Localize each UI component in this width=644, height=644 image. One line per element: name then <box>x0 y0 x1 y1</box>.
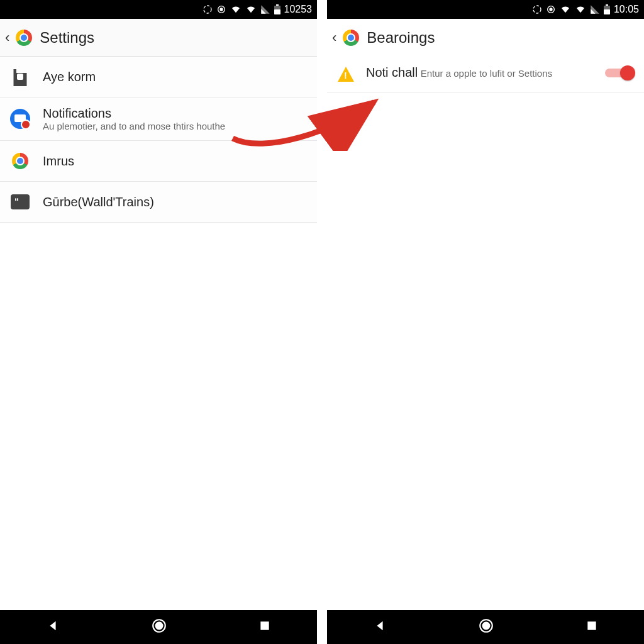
target-icon <box>216 4 226 14</box>
wifi-icon <box>560 4 571 14</box>
nav-bar <box>0 610 317 644</box>
svg-point-11 <box>550 8 552 11</box>
notification-icon <box>10 109 30 129</box>
rotate-icon <box>203 4 213 14</box>
svg-point-2 <box>220 8 223 11</box>
svg-rect-17 <box>588 621 596 630</box>
svg-point-0 <box>204 6 211 13</box>
app-bar: ‹ Settings <box>0 19 317 57</box>
back-nav-icon[interactable] <box>46 619 60 635</box>
status-bar: 10:05 <box>327 0 644 19</box>
status-time: 10:05 <box>614 4 639 15</box>
chrome-icon <box>12 153 28 169</box>
recent-nav-icon[interactable] <box>258 619 271 635</box>
chat-icon: “ <box>11 194 30 209</box>
item-title: Gūrbe(Walld'Trains) <box>43 195 154 209</box>
back-button[interactable]: ‹ <box>4 26 11 50</box>
app-bar: ‹ Bearoings <box>327 19 644 57</box>
list-item[interactable]: Notifications Au plemotier, and to and m… <box>0 97 317 141</box>
svg-rect-4 <box>274 9 280 14</box>
toggle-row[interactable]: Noti chall Entur a opple to lufit or Set… <box>327 57 644 92</box>
wifi-icon <box>230 4 242 14</box>
svg-rect-14 <box>606 4 608 6</box>
list-item[interactable]: Imrus <box>0 141 317 182</box>
back-button[interactable]: ‹ <box>331 26 338 50</box>
home-nav-icon[interactable] <box>151 618 167 636</box>
toggle-switch[interactable] <box>605 65 635 80</box>
status-bar: 10253 <box>0 0 317 19</box>
content-area: Noti chall Entur a opple to lufit or Set… <box>327 57 644 610</box>
item-subtitle: Au plemotier, and to and mose thtirs hou… <box>43 121 225 131</box>
warning-icon <box>338 67 354 82</box>
recent-nav-icon[interactable] <box>586 619 598 635</box>
svg-point-9 <box>533 6 541 13</box>
svg-rect-13 <box>604 9 610 14</box>
item-title: Aye korm <box>43 70 96 84</box>
home-nav-icon[interactable] <box>478 618 494 636</box>
signal-icon <box>590 4 600 14</box>
chrome-icon <box>16 30 32 46</box>
svg-rect-5 <box>276 4 279 6</box>
nav-bar <box>327 610 644 644</box>
list-item[interactable]: “ Gūrbe(Walld'Trains) <box>0 182 317 223</box>
battery-icon <box>604 4 610 14</box>
toggle-subtitle: Entur a opple to lufit or Settions <box>421 68 552 79</box>
svg-point-16 <box>483 623 490 630</box>
toggle-title: Noti chall <box>366 65 418 79</box>
wifi2-icon <box>575 4 586 14</box>
wifi2-icon <box>245 4 257 14</box>
list-item[interactable]: Aye korm <box>0 57 317 97</box>
chrome-icon <box>343 30 359 46</box>
item-title: Imrus <box>43 154 74 169</box>
page-title: Bearoings <box>367 29 435 47</box>
screen-gap <box>317 0 327 644</box>
settings-list: Aye korm Notifications Au plemotier, and… <box>0 57 317 610</box>
rotate-icon <box>532 4 542 14</box>
battery-icon <box>274 4 280 14</box>
shop-icon <box>11 67 30 86</box>
target-icon <box>546 4 556 14</box>
page-title: Settings <box>40 29 94 47</box>
signal-icon <box>260 4 270 14</box>
svg-point-7 <box>156 623 163 630</box>
left-screen: 10253 ‹ Settings Aye korm Notifications … <box>0 0 317 644</box>
status-time: 10253 <box>284 4 313 15</box>
back-nav-icon[interactable] <box>373 619 387 635</box>
right-screen: 10:05 ‹ Bearoings Noti chall Entur a opp… <box>327 0 644 644</box>
svg-rect-8 <box>261 621 269 630</box>
item-title: Notifications <box>43 106 225 121</box>
